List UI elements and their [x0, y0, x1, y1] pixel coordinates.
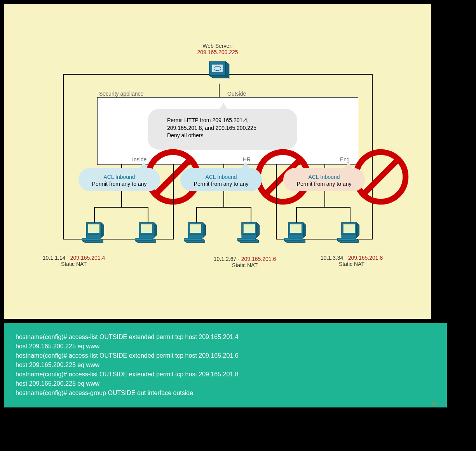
- acl-hr-callout: ACL Inbound Permit from any to any: [180, 168, 262, 191]
- inside-label: Inside: [132, 156, 146, 163]
- outside-label: Outside: [227, 91, 246, 97]
- connector-line: [63, 74, 64, 239]
- web-server-label: Web Server: 209.165.200.225: [4, 43, 431, 55]
- computer-icon: [283, 221, 310, 243]
- eng-label: Eng: [340, 156, 350, 163]
- connector-line: [350, 207, 350, 222]
- hr-label: HR: [243, 156, 251, 163]
- host-2-label: 10.1.2.67 - 209.165.201.6 Static NAT: [210, 256, 280, 268]
- computer-icon: [183, 221, 210, 243]
- deny-icon: [225, 148, 239, 162]
- config-line: hostname(config)# access-list OUTSIDE ex…: [16, 332, 435, 342]
- security-appliance-label: Security appliance: [99, 91, 143, 97]
- watermark: ✗.com: [432, 401, 444, 407]
- connector-line: [296, 207, 350, 208]
- config-line: hostname(config)# access-list OUTSIDE ex…: [16, 370, 435, 379]
- permit-callout: Permit HTTP from 209.165.201.4, 209.165.…: [148, 109, 297, 150]
- host-1-label: 10.1.1.14 - 209.165.201.4 Static NAT: [39, 255, 109, 267]
- connector-line: [94, 207, 95, 222]
- connector-line: [196, 207, 251, 208]
- connector-line: [276, 207, 277, 239]
- connector-line: [296, 207, 297, 222]
- connector-line: [173, 207, 174, 239]
- connector-line: [276, 164, 277, 207]
- connector-line: [219, 84, 220, 98]
- host-3-label: 10.1.3.34 - 209.165.201.8 Static NAT: [317, 255, 387, 267]
- config-line: host 209.165.200.225 eq www: [16, 342, 435, 351]
- config-line: hostname(config)# access-list OUTSIDE ex…: [16, 351, 435, 360]
- connector-line: [251, 207, 251, 222]
- config-line: host 209.165.200.225 eq www: [16, 379, 435, 388]
- computer-icon: [81, 221, 108, 243]
- deny-icon: [115, 148, 129, 162]
- acl-eng-callout: ACL Inbound Permit from any to any: [283, 168, 365, 191]
- svg-rect-4: [212, 65, 223, 73]
- computer-icon: [336, 221, 363, 243]
- computer-icon: [236, 221, 263, 243]
- deny-icon: [323, 148, 337, 162]
- connector-line: [173, 164, 174, 207]
- network-diagram: Web Server: 209.165.200.225 Security app…: [4, 4, 431, 319]
- config-line: hostname(config)# access-group OUTSIDE o…: [16, 388, 435, 398]
- computer-icon: [134, 221, 161, 243]
- connector-line: [148, 207, 148, 222]
- config-line: host 209.165.200.225 eq www: [16, 360, 435, 370]
- connector-line: [94, 207, 148, 208]
- server-icon: [205, 59, 232, 82]
- connector-line: [196, 207, 197, 222]
- config-output: hostname(config)# access-list OUTSIDE ex…: [4, 323, 447, 407]
- acl-inside-callout: ACL Inbound Permit from any to any: [78, 168, 160, 191]
